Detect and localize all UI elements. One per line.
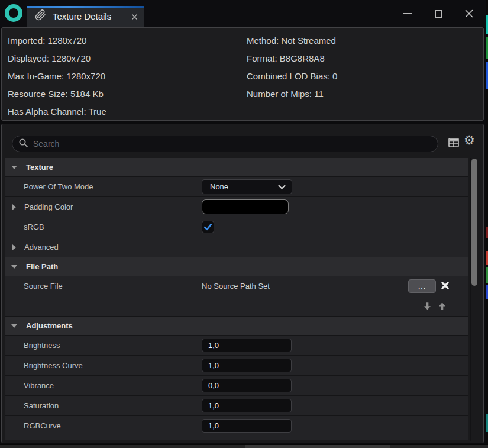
saturation-input[interactable] <box>202 399 292 412</box>
chevron-down-icon <box>278 185 286 189</box>
brightness-curve-input[interactable] <box>202 359 292 372</box>
import-up-arrow-icon[interactable] <box>437 301 447 311</box>
browse-button[interactable]: ... <box>408 279 436 293</box>
row-rgbcurve: RGBCurve <box>5 416 468 436</box>
info-has-alpha-channel: Has Alpha Channel: True <box>8 103 106 121</box>
section-label: Texture <box>26 163 53 172</box>
row-advanced[interactable]: Advanced <box>5 237 468 257</box>
row-srgb: sRGB <box>5 217 468 237</box>
info-max-in-game: Max In-Game: 1280x720 <box>8 67 106 85</box>
info-displayed: Displayed: 1280x720 <box>8 50 106 67</box>
info-combined-lod-bias: Combined LOD Bias: 0 <box>247 67 337 85</box>
row-vibrance: Vibrance <box>5 376 468 396</box>
details-panel: ⚙ Texture Power Of Two Mode None Padding… <box>1 124 484 443</box>
source-file-value: No Source Path Set <box>202 282 270 291</box>
property-label: Source File <box>24 282 63 291</box>
property-label: Power Of Two Mode <box>24 182 93 191</box>
expander-right-icon[interactable] <box>12 204 16 210</box>
window-bottom-edge <box>0 444 488 448</box>
property-label: Brightness Curve <box>24 361 83 370</box>
chevron-down-icon <box>11 265 17 269</box>
clear-path-icon[interactable] <box>441 281 450 292</box>
search-bar[interactable] <box>12 136 438 152</box>
chevron-down-icon <box>11 324 17 328</box>
info-column-left: Imported: 1280x720 Displayed: 1280x720 M… <box>8 32 106 121</box>
tab-texture-details[interactable]: Texture Details <box>27 6 144 27</box>
maximize-icon <box>435 10 442 18</box>
vibrance-input[interactable] <box>202 379 292 392</box>
advanced-label: Advanced <box>24 243 59 252</box>
search-input[interactable] <box>33 137 431 151</box>
close-icon <box>464 9 474 18</box>
toolbar-separator <box>2 157 483 157</box>
property-label: sRGB <box>24 223 44 231</box>
info-column-right: Method: Not Streamed Format: B8G8R8A8 Co… <box>247 32 337 103</box>
expander-right-icon <box>12 244 16 250</box>
window-minimize-button[interactable] <box>401 7 414 20</box>
paperclip-icon <box>35 9 46 23</box>
srgb-checkbox[interactable] <box>202 221 214 233</box>
info-resource-size: Resource Size: 5184 Kb <box>8 85 106 103</box>
info-method: Method: Not Streamed <box>247 32 337 50</box>
section-label: Adjustments <box>26 321 73 330</box>
property-label: Saturation <box>24 401 59 410</box>
minimize-icon <box>403 13 412 14</box>
tab-active-accent <box>27 6 144 8</box>
section-header-texture[interactable]: Texture <box>5 158 468 177</box>
window-close-button[interactable] <box>463 7 476 20</box>
row-source-file: Source File No Source Path Set ... <box>5 276 468 296</box>
scrollbar-thumb[interactable] <box>471 159 477 286</box>
title-bar: Texture Details <box>0 0 488 27</box>
export-down-arrow-icon[interactable] <box>422 301 432 311</box>
row-saturation: Saturation <box>5 396 468 416</box>
row-brightness-curve: Brightness Curve <box>5 356 468 376</box>
power-of-two-mode-dropdown[interactable]: None <box>202 179 292 194</box>
chevron-down-icon <box>11 166 17 169</box>
property-label: RGBCurve <box>24 421 61 430</box>
brightness-input[interactable] <box>202 339 292 352</box>
unreal-logo-icon <box>5 4 22 22</box>
row-padding-color: Padding Color <box>5 197 468 217</box>
info-imported: Imported: 1280x720 <box>8 32 106 50</box>
settings-gear-icon[interactable]: ⚙ <box>464 134 475 146</box>
rgbcurve-input[interactable] <box>202 419 292 433</box>
padding-color-swatch[interactable] <box>202 199 289 214</box>
row-power-of-two-mode: Power Of Two Mode None <box>5 177 468 197</box>
row-file-path-actions <box>5 296 468 317</box>
checkmark-icon <box>203 223 212 231</box>
search-icon <box>18 138 28 150</box>
scrollbar-track-divider <box>470 158 471 441</box>
row-brightness: Brightness <box>5 336 468 356</box>
section-header-file-path[interactable]: File Path <box>5 257 468 276</box>
window-maximize-button[interactable] <box>432 7 445 20</box>
info-format: Format: B8G8R8A8 <box>247 50 337 67</box>
property-rows: Texture Power Of Two Mode None Padding C… <box>5 158 468 440</box>
property-label: Padding Color <box>24 202 73 211</box>
dropdown-selected-value: None <box>210 182 278 191</box>
display-filter-grid-icon[interactable] <box>448 137 460 150</box>
property-label: Brightness <box>24 341 60 350</box>
tab-title: Texture Details <box>53 11 111 21</box>
tab-close-icon[interactable] <box>130 12 138 21</box>
texture-info-panel: Imported: 1280x720 Displayed: 1280x720 M… <box>1 27 484 121</box>
section-label: File Path <box>26 262 58 271</box>
property-label: Vibrance <box>24 381 54 390</box>
partially-visible-row <box>5 436 468 440</box>
section-header-adjustments[interactable]: Adjustments <box>5 317 468 336</box>
info-number-of-mips: Number of Mips: 11 <box>247 85 337 103</box>
